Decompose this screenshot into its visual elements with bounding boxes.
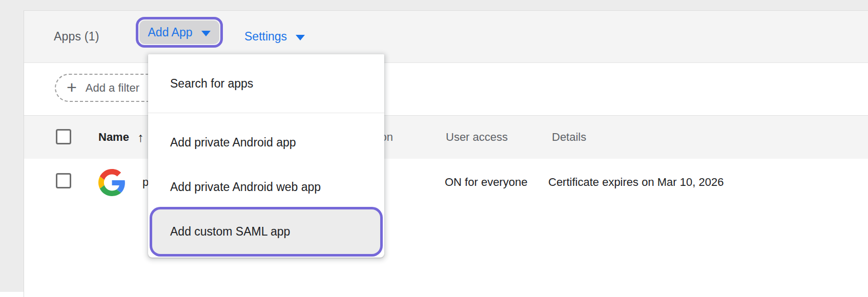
- chevron-down-icon: [201, 31, 211, 36]
- menu-item-add-private-android-web-app[interactable]: Add private Android web app: [148, 165, 384, 209]
- user-access-value: ON for everyone: [445, 159, 527, 206]
- menu-item-add-private-android-app[interactable]: Add private Android app: [148, 120, 384, 165]
- menu-item-add-custom-saml-app[interactable]: Add custom SAML app: [152, 209, 380, 254]
- column-header-user-access[interactable]: User access: [446, 116, 508, 159]
- add-app-button[interactable]: Add App: [139, 20, 219, 44]
- row-checkbox[interactable]: [56, 173, 71, 188]
- google-logo-icon: [98, 169, 126, 196]
- add-app-button-label: Add App: [148, 26, 193, 39]
- plus-icon: +: [67, 78, 77, 96]
- chevron-down-icon: [296, 35, 305, 40]
- sort-ascending-icon: ↑: [137, 130, 144, 145]
- settings-button-label: Settings: [244, 30, 287, 44]
- add-filter-label: Add a filter: [86, 81, 139, 95]
- details-value: Certificate expires on Mar 10, 2026: [548, 159, 724, 206]
- menu-item-search-for-apps[interactable]: Search for apps: [148, 54, 384, 113]
- page-title: Apps (1): [54, 11, 99, 62]
- add-app-button-highlight-ring: Add App: [136, 17, 223, 48]
- menu-group: Add private Android app Add private Andr…: [148, 113, 384, 254]
- page-bottom-corner: [0, 292, 24, 297]
- column-header-name-label: Name: [98, 131, 129, 144]
- select-all-checkbox[interactable]: [56, 129, 71, 144]
- column-header-details[interactable]: Details: [552, 116, 586, 159]
- apps-panel: Apps (1) Add App Settings + Add a filter…: [24, 10, 868, 297]
- column-header-name[interactable]: Name ↑: [98, 116, 143, 159]
- add-app-menu: Search for apps Add private Android app …: [148, 54, 384, 258]
